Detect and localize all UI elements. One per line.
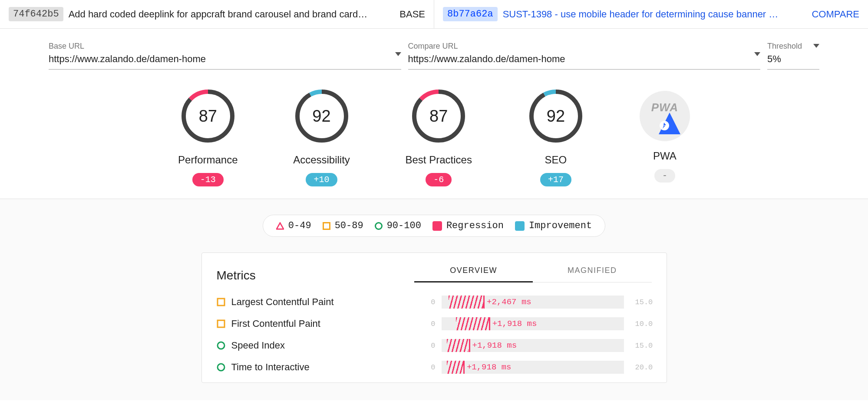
triangle-icon xyxy=(276,222,284,230)
circle-icon xyxy=(217,363,225,372)
gauge-label: Performance xyxy=(178,154,238,166)
gauge-ring: 92 xyxy=(527,87,585,145)
metric-marker xyxy=(483,296,485,309)
score-gauges: 87Performance-1392Accessibility+1087Best… xyxy=(0,87,868,199)
metric-max: 15.0 xyxy=(630,342,652,350)
gauge-label: SEO xyxy=(545,154,567,166)
metric-bar: +2,467 ms xyxy=(442,296,624,309)
metric-name: Speed Index xyxy=(231,340,408,351)
metric-bar: +1,918 ms xyxy=(442,339,624,352)
square-icon xyxy=(217,319,225,328)
legend-and-metrics-area: 0-49 50-89 90-100 Regression Improvement… xyxy=(0,199,868,400)
base-url-field[interactable]: Base URL https://www.zalando.de/damen-ho… xyxy=(49,42,401,70)
base-commit[interactable]: 74f642b5 Add hard coded deeplink for app… xyxy=(0,0,434,28)
metric-name: Largest Contentful Paint xyxy=(231,296,408,308)
gauge-diff-badge: -6 xyxy=(426,173,452,186)
base-tag-label: BASE xyxy=(399,9,425,20)
threshold-field[interactable]: Threshold 5% xyxy=(767,42,819,70)
gauge-ring: 87 xyxy=(179,87,237,145)
metric-delta: +1,918 ms xyxy=(472,341,517,350)
square-icon xyxy=(323,222,330,230)
metric-min: 0 xyxy=(414,320,436,328)
metric-delta: +1,918 ms xyxy=(467,362,512,372)
gauge-diff-badge: +17 xyxy=(540,173,571,186)
gauge-diff-badge: - xyxy=(654,169,675,183)
metric-name: First Contentful Paint xyxy=(231,318,408,329)
metric-range xyxy=(449,296,483,309)
compare-url-field[interactable]: Compare URL https://www.zalando.de/damen… xyxy=(408,42,761,70)
metric-min: 0 xyxy=(414,342,436,350)
pwa-fast-badge-icon xyxy=(659,113,680,134)
gauge-score: 92 xyxy=(527,87,585,145)
compare-url-label: Compare URL xyxy=(408,42,761,51)
legend-regression-label: Regression xyxy=(446,220,504,231)
legend-improvement: Improvement xyxy=(515,220,592,231)
legend-mid: 50-89 xyxy=(323,220,363,231)
metric-name: Time to Interactive xyxy=(231,362,408,373)
metrics-list: Largest Contentful Paint0+2,467 ms15.0Fi… xyxy=(217,282,652,378)
svg-point-14 xyxy=(218,342,224,349)
metrics-card-header: Metrics OVERVIEW MAGNIFIED xyxy=(217,266,652,282)
gauge-diff-badge: +10 xyxy=(306,173,337,186)
gauge-accessibility[interactable]: 92Accessibility+10 xyxy=(293,87,351,186)
square-icon xyxy=(217,298,225,306)
compare-tag-label: COMPARE xyxy=(812,9,859,20)
chevron-down-icon xyxy=(754,52,760,56)
gauge-seo[interactable]: 92SEO+17 xyxy=(527,87,585,186)
legend: 0-49 50-89 90-100 Regression Improvement xyxy=(263,215,605,237)
metric-marker xyxy=(469,339,470,352)
base-url-label: Base URL xyxy=(49,42,401,51)
gauge-best-practices[interactable]: 87Best Practices-6 xyxy=(406,87,472,186)
svg-rect-13 xyxy=(218,320,224,327)
svg-point-15 xyxy=(218,364,224,371)
gauge-pwa[interactable]: PWAPWA- xyxy=(640,87,690,186)
metric-max: 15.0 xyxy=(630,298,652,306)
chevron-down-icon xyxy=(395,52,401,56)
chevron-down-icon xyxy=(813,44,819,48)
legend-regression: Regression xyxy=(432,220,504,231)
gauge-performance[interactable]: 87Performance-13 xyxy=(178,87,238,186)
compare-url-value: https://www.zalando.de/damen-home xyxy=(408,53,761,70)
gauge-label: Accessibility xyxy=(293,154,350,166)
gauge-ring: 87 xyxy=(409,87,468,145)
legend-high-label: 90-100 xyxy=(387,220,421,231)
base-commit-message: Add hard coded deeplink for appcraft bra… xyxy=(69,9,395,20)
metric-marker xyxy=(489,317,490,330)
gauge-ring: 92 xyxy=(293,87,351,145)
metric-min: 0 xyxy=(414,298,436,306)
legend-low-label: 0-49 xyxy=(288,220,311,231)
legend-low: 0-49 xyxy=(276,220,311,231)
metric-row[interactable]: Time to Interactive0+1,918 ms20.0 xyxy=(217,356,652,378)
compare-commit-message: SUST-1398 - use mobile header for determ… xyxy=(503,9,807,20)
legend-high: 90-100 xyxy=(375,220,421,231)
metric-range xyxy=(456,317,489,330)
svg-marker-11 xyxy=(277,223,284,229)
legend-improvement-label: Improvement xyxy=(529,220,592,231)
metric-row[interactable]: Speed Index0+1,918 ms15.0 xyxy=(217,335,652,356)
metric-bar: +1,918 ms xyxy=(442,317,624,330)
metric-min: 0 xyxy=(414,363,436,372)
regression-swatch-icon xyxy=(432,221,442,231)
gauge-diff-badge: -13 xyxy=(192,173,224,186)
metric-row[interactable]: First Contentful Paint0+1,918 ms10.0 xyxy=(217,313,652,335)
gauge-ring: PWA xyxy=(640,91,690,141)
legend-mid-label: 50-89 xyxy=(335,220,363,231)
metrics-title: Metrics xyxy=(217,269,414,282)
metric-delta: +1,918 ms xyxy=(492,319,537,329)
improvement-swatch-icon xyxy=(515,221,525,231)
metrics-tabs: OVERVIEW MAGNIFIED xyxy=(414,266,652,282)
compare-commit[interactable]: 8b77a62a SUST-1398 - use mobile header f… xyxy=(434,0,868,28)
tab-overview[interactable]: OVERVIEW xyxy=(414,266,533,282)
gauge-score: 87 xyxy=(409,87,468,145)
metric-range xyxy=(447,339,469,352)
circle-icon xyxy=(375,222,383,230)
metric-marker xyxy=(463,361,465,374)
metric-bar: +1,918 ms xyxy=(442,361,624,374)
metric-max: 20.0 xyxy=(630,363,652,372)
gauge-score: 87 xyxy=(179,87,237,145)
metric-range xyxy=(447,361,463,374)
tab-magnified[interactable]: MAGNIFIED xyxy=(533,266,651,282)
circle-icon xyxy=(217,341,225,350)
metric-row[interactable]: Largest Contentful Paint0+2,467 ms15.0 xyxy=(217,291,652,313)
gauge-label: PWA xyxy=(653,150,677,162)
